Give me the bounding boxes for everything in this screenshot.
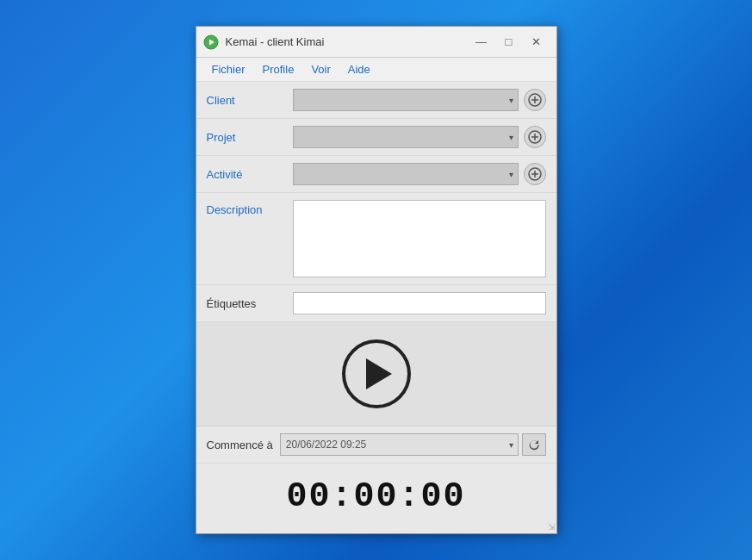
activite-row: Activité ▾ <box>196 156 556 193</box>
etiquettes-control <box>293 292 546 314</box>
title-bar: Kemai - client Kimai — □ ✕ <box>196 27 556 58</box>
etiquettes-input[interactable] <box>293 292 546 314</box>
add-activite-button[interactable] <box>524 163 546 185</box>
etiquettes-label: Étiquettes <box>207 297 293 310</box>
menu-fichier[interactable]: Fichier <box>203 59 254 79</box>
activite-select[interactable] <box>293 163 519 185</box>
menu-bar: Fichier Profile Voir Aide <box>196 58 556 82</box>
projet-select[interactable] <box>293 126 519 148</box>
projet-control: ▾ <box>293 126 546 148</box>
app-window: Kemai - client Kimai — □ ✕ Fichier Profi… <box>196 26 557 534</box>
start-timer-button[interactable] <box>342 339 411 408</box>
projet-select-wrapper: ▾ <box>293 126 519 148</box>
client-select-wrapper: ▾ <box>293 89 519 111</box>
add-client-button[interactable] <box>524 89 546 111</box>
menu-profile[interactable]: Profile <box>254 59 303 79</box>
client-control: ▾ <box>293 89 546 111</box>
play-section <box>196 322 556 426</box>
projet-label: Projet <box>207 131 293 144</box>
client-select[interactable] <box>293 89 519 111</box>
resize-handle[interactable]: ⇲ <box>548 522 555 532</box>
started-input-wrap: ▾ <box>280 433 519 456</box>
started-input[interactable] <box>280 433 519 456</box>
description-label: Description <box>207 200 293 216</box>
add-projet-button[interactable] <box>524 126 546 148</box>
plus-circle-icon <box>528 130 542 144</box>
minimize-button[interactable]: — <box>469 33 494 52</box>
maximize-button[interactable]: □ <box>496 33 522 52</box>
window-controls: — □ ✕ <box>469 33 550 52</box>
etiquettes-row: Étiquettes <box>196 285 556 322</box>
close-button[interactable]: ✕ <box>524 33 550 52</box>
refresh-icon <box>528 439 540 451</box>
form-area: Client ▾ Projet <box>196 82 556 533</box>
window-title: Kemai - client Kimai <box>226 35 469 48</box>
activite-select-wrapper: ▾ <box>293 163 519 185</box>
description-row: Description <box>196 193 556 285</box>
projet-row: Projet ▾ <box>196 119 556 156</box>
client-label: Client <box>207 94 293 107</box>
plus-circle-icon <box>528 167 542 181</box>
activite-control: ▾ <box>293 163 546 185</box>
refresh-time-button[interactable] <box>522 433 546 456</box>
activite-label: Activité <box>207 168 293 181</box>
app-icon <box>203 34 219 50</box>
menu-voir[interactable]: Voir <box>302 59 339 79</box>
started-row: Commencé à ▾ <box>196 426 556 464</box>
client-row: Client ▾ <box>196 82 556 119</box>
started-label: Commencé à <box>207 439 273 451</box>
timer-row: 00:00:00 <box>196 464 556 533</box>
plus-circle-icon <box>528 93 542 107</box>
play-icon <box>366 358 392 389</box>
menu-aide[interactable]: Aide <box>339 59 379 79</box>
description-input[interactable] <box>293 200 546 277</box>
timer-display: 00:00:00 <box>286 477 465 516</box>
